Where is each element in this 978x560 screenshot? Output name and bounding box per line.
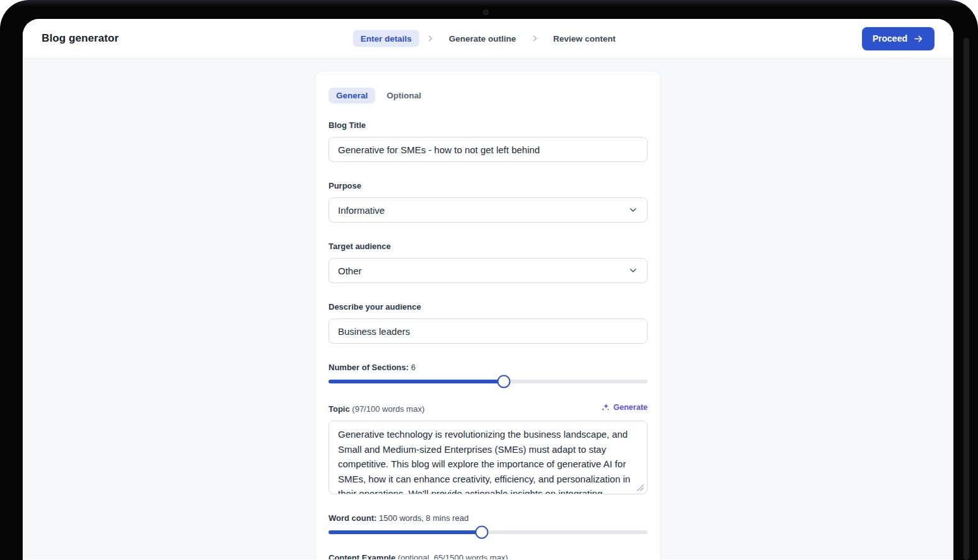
- stepper: Enter details Generate outline Review co…: [353, 30, 624, 47]
- sections-group: Number of Sections: 6: [329, 363, 648, 383]
- sections-label: Number of Sections: 6: [329, 363, 648, 372]
- purpose-group: Purpose Informative: [329, 181, 648, 223]
- word-count-slider-thumb[interactable]: [475, 526, 488, 539]
- purpose-select[interactable]: Informative: [329, 197, 648, 223]
- proceed-button[interactable]: Proceed: [862, 27, 934, 50]
- chevron-right-icon: [530, 35, 538, 43]
- target-audience-label: Target audience: [329, 242, 648, 251]
- topic-group: Topic (97/100 words max) Generate Genera…: [329, 402, 648, 494]
- form-card: General Optional Blog Title Purpose Info…: [315, 71, 661, 559]
- topic-hint: (97/100 words max): [352, 404, 424, 414]
- proceed-button-label: Proceed: [873, 33, 907, 44]
- word-count-group: Word count: 1500 words, 8 mins read: [329, 513, 648, 534]
- arrow-right-icon: [913, 33, 924, 44]
- chevron-down-icon: [628, 205, 638, 215]
- chevron-down-icon: [628, 265, 638, 276]
- generate-button[interactable]: Generate: [601, 402, 648, 412]
- audience-description-input[interactable]: [329, 318, 648, 344]
- form-tabs: General Optional: [329, 88, 648, 103]
- content-example-label: Content Example (optional, 65/1500 words…: [329, 553, 648, 559]
- tab-general[interactable]: General: [329, 88, 375, 103]
- step-enter-details[interactable]: Enter details: [353, 30, 419, 47]
- target-audience-select-value: Other: [338, 265, 362, 276]
- content-example-group: Content Example (optional, 65/1500 words…: [329, 553, 648, 559]
- sections-slider-thumb[interactable]: [498, 375, 511, 388]
- app-window: Blog generator Enter details Generate ou…: [23, 19, 953, 560]
- purpose-label: Purpose: [329, 181, 648, 190]
- generate-button-label: Generate: [614, 403, 648, 412]
- main-content: General Optional Blog Title Purpose Info…: [23, 59, 953, 559]
- blog-title-group: Blog Title: [329, 120, 648, 162]
- page-title: Blog generator: [42, 32, 119, 45]
- word-count-value: 1500 words, 8 mins read: [379, 513, 469, 523]
- camera-icon: [483, 9, 489, 15]
- topic-label: Topic (97/100 words max): [329, 404, 424, 414]
- audience-description-group: Describe your audience: [329, 302, 648, 344]
- tab-optional[interactable]: Optional: [379, 88, 429, 103]
- resize-handle-icon[interactable]: [637, 484, 644, 491]
- screenshot-canvas: Blog generator Enter details Generate ou…: [0, 0, 978, 560]
- target-audience-group: Target audience Other: [329, 242, 648, 283]
- step-review-content[interactable]: Review content: [545, 30, 623, 47]
- chevron-right-icon: [426, 35, 434, 43]
- sections-slider-fill: [329, 380, 504, 383]
- app-header: Blog generator Enter details Generate ou…: [23, 19, 953, 59]
- topic-header-row: Topic (97/100 words max) Generate: [329, 402, 648, 414]
- audience-description-label: Describe your audience: [329, 302, 648, 312]
- sections-value: 6: [411, 363, 416, 372]
- purpose-select-value: Informative: [338, 205, 385, 216]
- word-count-label: Word count: 1500 words, 8 mins read: [329, 513, 648, 523]
- step-generate-outline[interactable]: Generate outline: [441, 30, 524, 47]
- topic-textarea[interactable]: Generative technology is revolutionizing…: [329, 421, 648, 494]
- blog-title-input[interactable]: [329, 137, 648, 162]
- content-example-hint: (optional, 65/1500 words max): [398, 553, 508, 559]
- device-edge-highlight: [963, 38, 969, 560]
- word-count-slider-fill: [329, 530, 482, 534]
- sparkles-icon: [601, 402, 610, 412]
- target-audience-select[interactable]: Other: [329, 258, 648, 283]
- sections-slider[interactable]: [329, 380, 648, 383]
- blog-title-label: Blog Title: [329, 120, 648, 130]
- word-count-slider[interactable]: [329, 530, 648, 534]
